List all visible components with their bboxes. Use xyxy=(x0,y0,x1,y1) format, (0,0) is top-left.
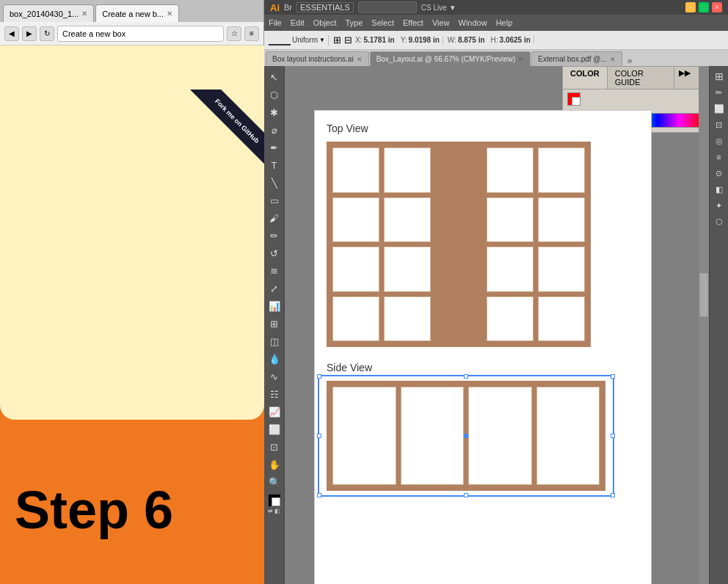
maximize-button[interactable]: □ xyxy=(699,2,709,12)
handle-mr[interactable] xyxy=(611,434,615,438)
doctab-1[interactable]: Box layout instructions.ai ✕ xyxy=(266,51,369,66)
color-swatch-fill[interactable] xyxy=(567,92,580,106)
handle-br[interactable] xyxy=(611,493,615,497)
right-panel-icon-8[interactable]: ◧ xyxy=(712,182,727,197)
right-panel-icon-1[interactable]: ⊞ xyxy=(712,69,727,84)
color-guide-tab[interactable]: COLOR GUIDE xyxy=(608,67,674,89)
color-tab[interactable]: COLOR xyxy=(563,67,608,89)
cell-4-3-empty xyxy=(435,296,482,342)
rect-tool[interactable]: ▭ xyxy=(266,192,283,208)
menu-help[interactable]: Help xyxy=(496,18,513,27)
cell-1-1 xyxy=(332,147,379,193)
selection-tool[interactable]: ↖ xyxy=(266,69,283,85)
more-tabs-button[interactable]: » xyxy=(623,56,637,66)
transform-tool-icon[interactable]: ⊞ xyxy=(333,34,341,45)
scrollbar-thumb[interactable] xyxy=(699,273,708,317)
canvas-area[interactable]: COLOR COLOR GUIDE ▶▶ ≡ Top View xyxy=(285,66,709,584)
doctab-1-close[interactable]: ✕ xyxy=(357,56,363,63)
swap-colors[interactable]: ⇄ xyxy=(268,508,273,514)
window-controls: ─ □ ✕ xyxy=(685,2,722,12)
menu-object[interactable]: Object xyxy=(313,18,337,27)
pen-tool[interactable]: ✒ xyxy=(266,139,283,156)
minimize-button[interactable]: ─ xyxy=(685,2,696,12)
handle-bm[interactable] xyxy=(464,493,468,497)
right-panel-icon-4[interactable]: ⊡ xyxy=(712,117,727,132)
tab-1-close[interactable]: ✕ xyxy=(81,10,87,18)
doctab-3-close[interactable]: ✕ xyxy=(610,56,616,63)
handle-tr[interactable] xyxy=(611,374,615,379)
vertical-scrollbar[interactable] xyxy=(699,66,709,584)
magic-wand-tool[interactable]: ✱ xyxy=(266,104,283,120)
column-graph-tool[interactable]: 📈 xyxy=(266,404,283,420)
forward-button[interactable]: ▶ xyxy=(22,26,37,41)
menu-window[interactable]: Window xyxy=(459,18,487,27)
doctab-3[interactable]: External box.pdf @... ✕ xyxy=(531,51,622,66)
rotate-tool[interactable]: ↺ xyxy=(266,245,283,261)
right-panel-icon-5[interactable]: ◎ xyxy=(712,134,727,148)
hand-tool[interactable]: ✋ xyxy=(266,456,283,472)
pencil-tool[interactable]: ✏ xyxy=(266,227,283,244)
symbol-tool[interactable]: ☷ xyxy=(266,386,283,402)
right-panel-icon-6[interactable]: ≡ xyxy=(712,150,727,164)
type-tool[interactable]: T xyxy=(266,157,283,173)
h-value[interactable]: 3.0625 in xyxy=(500,36,531,44)
menu-select[interactable]: Select xyxy=(371,18,394,27)
x-value[interactable]: 5.1781 in xyxy=(363,36,394,44)
menu-view[interactable]: View xyxy=(432,18,450,27)
menu-edit[interactable]: Edit xyxy=(291,18,305,27)
handle-ml[interactable] xyxy=(317,434,321,438)
warp-tool[interactable]: ≋ xyxy=(266,263,283,279)
right-panel-icon-3[interactable]: ⬜ xyxy=(712,101,727,116)
github-ribbon[interactable]: Fork me on GitHub xyxy=(183,90,264,178)
right-panel-icon-2[interactable]: ✏ xyxy=(712,85,727,100)
menu-effect[interactable]: Effect xyxy=(403,18,423,27)
tab-2-close[interactable]: ✕ xyxy=(167,10,172,18)
right-panel-icon-9[interactable]: ✦ xyxy=(712,198,727,213)
cell-1-4 xyxy=(487,147,534,193)
back-button[interactable]: ◀ xyxy=(4,26,19,41)
tab-2[interactable]: Create a new b... ✕ xyxy=(95,4,179,22)
doctab-2-close[interactable]: ✕ xyxy=(518,56,524,63)
url-input[interactable] xyxy=(57,26,224,42)
mesh-tool[interactable]: ⊞ xyxy=(266,315,283,332)
cs-live-button[interactable]: CS Live ▼ xyxy=(421,4,456,12)
w-value[interactable]: 8.875 in xyxy=(458,36,485,44)
handle-tm[interactable] xyxy=(464,374,468,379)
right-panel-icon-7[interactable]: ⊙ xyxy=(712,166,727,180)
stroke-dropdown-icon[interactable]: ▼ xyxy=(319,37,325,43)
doctab-2[interactable]: Box_Layout.ai @ 66.67% (CMYK/Preview) ✕ xyxy=(370,51,531,66)
refresh-button[interactable]: ↻ xyxy=(40,26,54,41)
top-view-title: Top View xyxy=(327,123,639,134)
tab-1[interactable]: box_20140430_1... ✕ xyxy=(3,4,94,22)
zoom-tool[interactable]: 🔍 xyxy=(266,474,283,490)
align-tool-icon[interactable]: ⊟ xyxy=(344,34,352,45)
close-button[interactable]: ✕ xyxy=(712,2,722,12)
menu-file[interactable]: File xyxy=(269,18,282,27)
scale-tool[interactable]: ⤢ xyxy=(266,280,283,296)
y-value[interactable]: 9.0198 in xyxy=(409,36,440,44)
artboard-tool[interactable]: ⬜ xyxy=(266,421,283,437)
menu-button[interactable]: ≡ xyxy=(244,26,259,41)
slice-tool[interactable]: ⊡ xyxy=(266,439,283,455)
default-colors[interactable]: ◧ xyxy=(274,508,280,514)
line-tool[interactable]: ╲ xyxy=(266,175,283,191)
lasso-tool[interactable]: ⌀ xyxy=(266,122,283,138)
eyedropper-tool[interactable]: 💧 xyxy=(266,351,283,367)
handle-tl[interactable] xyxy=(317,374,321,379)
direct-selection-tool[interactable]: ⬡ xyxy=(266,87,283,103)
fill-color[interactable] xyxy=(269,494,280,506)
stroke-type[interactable]: Uniform xyxy=(292,36,318,44)
bookmark-button[interactable]: ☆ xyxy=(227,26,241,41)
search-input-ai[interactable] xyxy=(358,1,417,13)
workspace-selector[interactable]: ESSENTIALS xyxy=(296,2,354,12)
panel-expand[interactable]: ▶▶ xyxy=(674,67,695,89)
graph-tool[interactable]: 📊 xyxy=(266,298,283,314)
right-panel-icon-10[interactable]: ⬡ xyxy=(712,214,727,229)
menu-type[interactable]: Type xyxy=(346,18,363,27)
paintbrush-tool[interactable]: 🖌 xyxy=(266,210,283,226)
gradient-tool[interactable]: ◫ xyxy=(266,333,283,349)
blend-tool[interactable]: ∿ xyxy=(266,368,283,384)
handle-bl[interactable] xyxy=(317,493,321,497)
side-cell-1 xyxy=(332,387,396,485)
cell-3-4 xyxy=(487,247,534,292)
